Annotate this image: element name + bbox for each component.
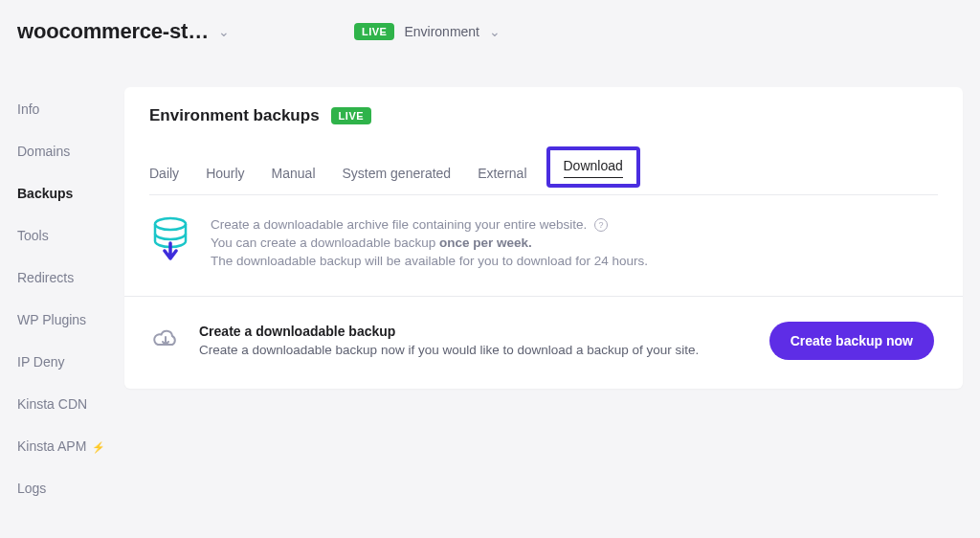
database-download-icon: [151, 216, 189, 271]
backup-tabs: Daily Hourly Manual System generated Ext…: [149, 146, 938, 195]
sidebar: Info Domains Backups Tools Redirects WP …: [0, 54, 124, 496]
sidebar-item-kinsta-cdn[interactable]: Kinsta CDN: [17, 396, 124, 412]
tab-download-highlight: Download: [546, 146, 640, 188]
tab-external[interactable]: External: [478, 166, 526, 194]
sidebar-item-logs[interactable]: Logs: [17, 481, 124, 496]
info-line2-strong: once per week.: [439, 235, 532, 250]
tab-daily[interactable]: Daily: [149, 166, 179, 194]
tab-manual[interactable]: Manual: [272, 166, 316, 194]
sidebar-item-kinsta-apm[interactable]: Kinsta APM ⚡: [17, 438, 124, 454]
sidebar-item-domains[interactable]: Domains: [17, 144, 124, 159]
environment-label: Environment: [404, 24, 479, 39]
lightning-icon: ⚡: [92, 441, 105, 453]
help-icon[interactable]: ?: [594, 218, 608, 232]
tab-system-generated[interactable]: System generated: [343, 166, 452, 194]
svg-point-0: [155, 218, 186, 230]
site-selector[interactable]: woocommerce-st… ⌄: [17, 19, 230, 44]
create-backup-subtitle: Create a downloadable backup now if you …: [199, 343, 750, 357]
sidebar-item-tools[interactable]: Tools: [17, 228, 124, 243]
info-line2-pre: You can create a downloadable backup: [211, 235, 439, 250]
sidebar-item-label: Kinsta APM: [17, 438, 86, 454]
page-title: Environment backups: [149, 106, 320, 125]
sidebar-item-backups[interactable]: Backups: [17, 186, 124, 201]
info-line1: Create a downloadable archive file conta…: [211, 217, 587, 232]
backups-card: Environment backups LIVE Daily Hourly Ma…: [124, 87, 963, 389]
sidebar-item-redirects[interactable]: Redirects: [17, 270, 124, 285]
live-badge: LIVE: [354, 23, 394, 40]
chevron-down-icon: ⌄: [218, 24, 230, 39]
sidebar-item-wp-plugins[interactable]: WP Plugins: [17, 312, 124, 327]
tab-hourly[interactable]: Hourly: [206, 166, 244, 194]
live-badge: LIVE: [331, 107, 371, 124]
info-line3: The downloadable backup will be availabl…: [211, 253, 648, 271]
site-name: woocommerce-st…: [17, 19, 209, 44]
environment-selector[interactable]: LIVE Environment ⌄: [354, 23, 501, 40]
tab-download[interactable]: Download: [564, 158, 623, 178]
create-backup-button[interactable]: Create backup now: [769, 322, 934, 360]
chevron-down-icon: ⌄: [489, 24, 501, 39]
sidebar-item-ip-deny[interactable]: IP Deny: [17, 354, 124, 370]
cloud-download-icon: [151, 325, 180, 357]
sidebar-item-info[interactable]: Info: [17, 101, 124, 117]
download-info-text: Create a downloadable archive file conta…: [211, 216, 648, 271]
create-backup-title: Create a downloadable backup: [199, 324, 750, 339]
